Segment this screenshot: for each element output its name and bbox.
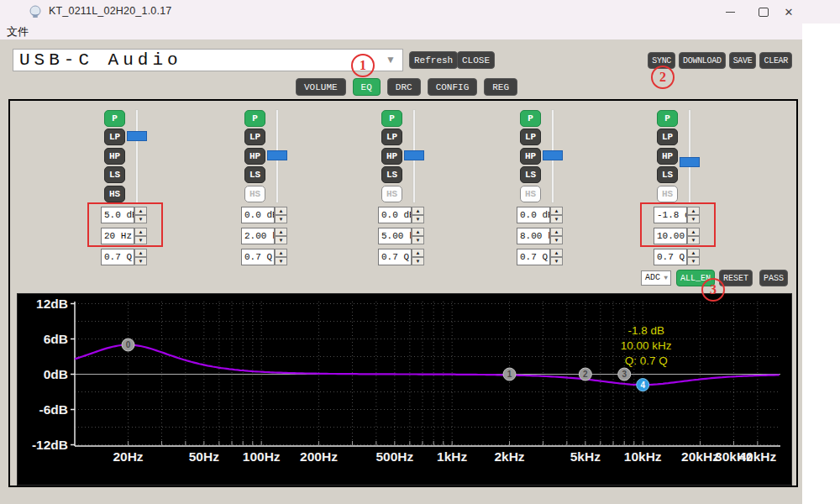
filter-hs-button[interactable]: HS <box>381 186 402 202</box>
q-field[interactable]: 0.7 Q <box>241 249 275 265</box>
gain-slider-handle[interactable] <box>267 150 287 160</box>
spin-up-icon[interactable]: ▲ <box>550 228 563 236</box>
filter-ls-button[interactable]: LS <box>520 166 541 183</box>
gain-slider-handle[interactable] <box>404 150 424 160</box>
spin-down-icon[interactable]: ▼ <box>134 215 147 223</box>
sync-button[interactable]: SYNC <box>648 52 675 69</box>
spin-up-icon[interactable]: ▲ <box>412 228 424 236</box>
spin-down-icon[interactable]: ▼ <box>134 236 147 244</box>
q-field[interactable]: 0.7 Q <box>654 249 687 265</box>
download-button[interactable]: DOWNLOAD <box>679 52 726 69</box>
filter-hp-button[interactable]: HP <box>381 148 402 165</box>
filter-lp-button[interactable]: LP <box>657 129 678 145</box>
spin-up-icon[interactable]: ▲ <box>134 207 147 215</box>
tabs-row: VOLUMEEQDRCCONFIGREG <box>296 78 517 96</box>
spin-up-icon[interactable]: ▲ <box>687 228 700 236</box>
spin-down-icon[interactable]: ▼ <box>687 236 700 244</box>
freq-field[interactable]: 20 Hz <box>101 228 134 244</box>
spin-up-icon[interactable]: ▲ <box>412 249 424 257</box>
tab-volume[interactable]: VOLUME <box>296 78 346 96</box>
filter-ls-button[interactable]: LS <box>244 166 265 183</box>
gain-slider-track[interactable] <box>688 109 691 203</box>
spin-up-icon[interactable]: ▲ <box>550 249 563 257</box>
spin-down-icon[interactable]: ▼ <box>412 236 424 244</box>
gain-slider-handle[interactable] <box>127 131 147 141</box>
menubar: 文件 <box>0 24 802 39</box>
gain-field[interactable]: 5.0 dB <box>101 207 134 223</box>
spin-down-icon[interactable]: ▼ <box>550 215 563 223</box>
q-field[interactable]: 0.7 Q <box>517 249 550 265</box>
filter-ls-button[interactable]: LS <box>381 166 402 183</box>
gain-slider-handle[interactable] <box>680 157 700 167</box>
filter-p-button[interactable]: P <box>381 110 402 127</box>
spin-up-icon[interactable]: ▲ <box>134 228 147 236</box>
refresh-button[interactable]: Refresh <box>409 51 458 69</box>
tab-reg[interactable]: REG <box>484 78 517 96</box>
freq-field[interactable]: 8.00 k <box>517 228 550 244</box>
filter-p-button[interactable]: P <box>520 110 541 127</box>
pass-button[interactable]: PASS <box>759 270 788 286</box>
freq-field[interactable]: 2.00 k <box>241 228 275 244</box>
spin-up-icon[interactable]: ▲ <box>275 228 287 236</box>
filter-p-button[interactable]: P <box>104 110 125 127</box>
spin-down-icon[interactable]: ▼ <box>550 257 563 265</box>
filter-p-button[interactable]: P <box>244 110 265 127</box>
filter-hp-button[interactable]: HP <box>657 148 678 165</box>
clear-button[interactable]: CLEAR <box>759 52 792 69</box>
reset-button[interactable]: RESET <box>719 270 753 286</box>
freq-field[interactable]: 5.00 k <box>378 228 412 244</box>
filter-hs-button[interactable]: HS <box>657 186 678 202</box>
tab-drc[interactable]: DRC <box>387 78 421 96</box>
spin-down-icon[interactable]: ▼ <box>275 215 287 223</box>
spin-up-icon[interactable]: ▲ <box>134 249 147 257</box>
filter-lp-button[interactable]: LP <box>381 129 402 145</box>
spin-down-icon[interactable]: ▼ <box>275 257 287 265</box>
tab-eq[interactable]: EQ <box>353 78 381 96</box>
band-marker-label: 0 <box>126 340 131 349</box>
gain-field[interactable]: 0.0 dB <box>517 207 550 223</box>
close-device-button[interactable]: CLOSE <box>457 51 495 69</box>
minimize-button[interactable] <box>715 0 745 24</box>
filter-lp-button[interactable]: LP <box>520 129 541 145</box>
gain-slider-track[interactable] <box>135 109 139 203</box>
gain-field[interactable]: -1.8 dB <box>654 207 687 223</box>
menu-file[interactable]: 文件 <box>7 24 29 39</box>
spin-up-icon[interactable]: ▲ <box>687 207 700 215</box>
filter-hp-button[interactable]: HP <box>244 148 265 165</box>
device-dropdown[interactable]: USB-C Audio ▼ <box>13 49 403 71</box>
gain-field[interactable]: 0.0 dB <box>378 207 412 223</box>
spin-down-icon[interactable]: ▼ <box>275 236 287 244</box>
filter-hp-button[interactable]: HP <box>104 148 125 165</box>
spin-up-icon[interactable]: ▲ <box>412 207 424 215</box>
spin-down-icon[interactable]: ▼ <box>550 236 563 244</box>
spin-down-icon[interactable]: ▼ <box>687 257 700 265</box>
all-en-button[interactable]: ALL_EN <box>676 270 715 286</box>
spin-down-icon[interactable]: ▼ <box>687 215 700 223</box>
spin-up-icon[interactable]: ▲ <box>550 207 563 215</box>
filter-hs-button[interactable]: HS <box>244 186 265 202</box>
spin-down-icon[interactable]: ▼ <box>134 257 147 265</box>
filter-hp-button[interactable]: HP <box>520 148 541 165</box>
filter-ls-button[interactable]: LS <box>104 166 125 183</box>
close-window-button[interactable]: ✕ <box>774 0 804 24</box>
eq-band-1: PLPHPLSHS5.0 dB▲▼20 Hz▲▼0.7 Q▲▼ <box>84 108 168 269</box>
q-field[interactable]: 0.7 Q <box>378 249 412 265</box>
spin-up-icon[interactable]: ▲ <box>687 249 700 257</box>
filter-lp-button[interactable]: LP <box>104 129 125 145</box>
tab-config[interactable]: CONFIG <box>428 78 478 96</box>
q-field[interactable]: 0.7 Q <box>101 249 134 265</box>
filter-hs-button[interactable]: HS <box>520 186 541 202</box>
spin-down-icon[interactable]: ▼ <box>412 257 424 265</box>
spin-up-icon[interactable]: ▲ <box>275 249 287 257</box>
filter-hs-button[interactable]: HS <box>104 186 125 202</box>
filter-p-button[interactable]: P <box>657 110 678 127</box>
freq-field[interactable]: 10.00 k <box>654 228 687 244</box>
spin-up-icon[interactable]: ▲ <box>275 207 287 215</box>
gain-slider-handle[interactable] <box>543 150 563 160</box>
adc-select[interactable]: ADC ▼ <box>641 270 671 286</box>
filter-lp-button[interactable]: LP <box>244 129 265 145</box>
filter-ls-button[interactable]: LS <box>657 166 678 183</box>
save-button[interactable]: SAVE <box>729 52 757 69</box>
spin-down-icon[interactable]: ▼ <box>412 215 424 223</box>
gain-field[interactable]: 0.0 dB <box>241 207 275 223</box>
